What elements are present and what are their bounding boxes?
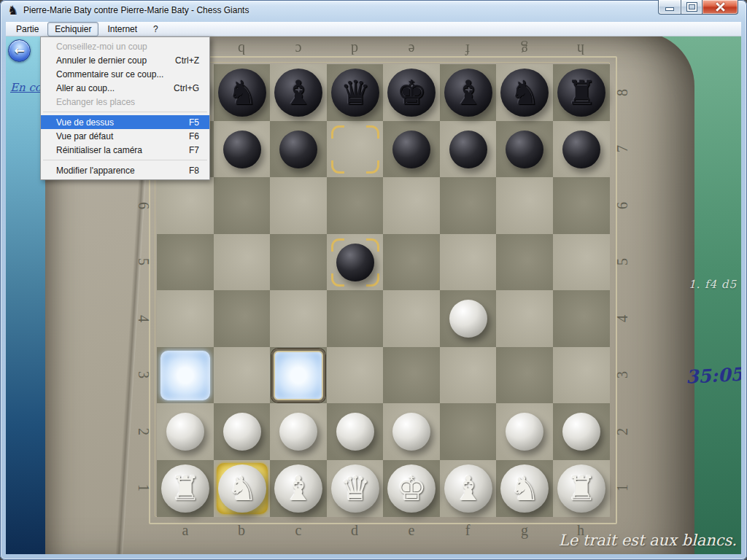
square-b6[interactable] — [214, 177, 271, 234]
square-c6[interactable] — [270, 177, 327, 234]
square-g4[interactable] — [496, 290, 553, 347]
legal-move-glow — [160, 351, 210, 400]
piece-black-pawn-c7[interactable] — [270, 121, 327, 178]
square-d3[interactable] — [327, 347, 384, 404]
menubar-item-internet[interactable]: Internet — [100, 22, 144, 36]
menu-item-echanger-les-places: Echanger les places — [41, 95, 209, 109]
piece-black-pawn-f7[interactable] — [440, 121, 497, 178]
piece-white-rook-a1[interactable]: ♜ — [157, 460, 214, 517]
maximize-button[interactable] — [681, 0, 703, 15]
rank-label-right-2: 2 — [613, 423, 632, 440]
white-pawn-top-view — [279, 413, 317, 451]
minimize-button[interactable] — [658, 0, 681, 15]
piece-black-pawn-g7[interactable] — [496, 121, 553, 178]
square-e4[interactable] — [383, 290, 440, 347]
piece-black-king-e8[interactable]: ♚ — [383, 64, 440, 121]
square-a4[interactable] — [157, 290, 214, 347]
menu-bar: PartieEchiquierInternet? — [6, 22, 741, 36]
menubar-item-[interactable]: ? — [146, 22, 166, 36]
square-g3[interactable] — [496, 347, 553, 404]
move-list: 1. f4 d5 — [682, 278, 737, 291]
white-pawn-top-view — [166, 413, 204, 451]
white-queen-glyph: ♛ — [340, 472, 370, 505]
piece-white-pawn-c2[interactable] — [270, 403, 327, 460]
piece-white-bishop-f1[interactable]: ♝ — [440, 460, 497, 517]
piece-black-knight-g8[interactable]: ♞ — [496, 64, 553, 121]
square-c4[interactable] — [270, 290, 327, 347]
white-pawn-top-view — [506, 413, 543, 451]
menu-item-réinitialiser-la-caméra[interactable]: Réinitialiser la caméraF7 — [41, 143, 209, 157]
piece-white-rook-h1[interactable]: ♜ — [553, 460, 610, 517]
piece-white-pawn-b2[interactable] — [214, 403, 271, 460]
menubar-item-partie[interactable]: Partie — [9, 22, 46, 36]
square-h4[interactable] — [553, 290, 610, 347]
square-h5[interactable] — [553, 234, 610, 291]
square-f5[interactable] — [440, 234, 497, 291]
menu-item-label: Vue de dessus — [56, 117, 176, 128]
piece-white-queen-d1[interactable]: ♛ — [327, 460, 384, 517]
close-icon — [716, 2, 725, 12]
status-message: Le trait est aux blancs. — [511, 532, 737, 549]
file-label-top-b: b — [233, 40, 250, 59]
piece-white-bishop-c1[interactable]: ♝ — [270, 460, 327, 517]
piece-white-pawn-a2[interactable] — [157, 403, 214, 460]
square-b3[interactable] — [214, 347, 271, 404]
white-pawn-top-view — [223, 413, 261, 451]
piece-black-knight-b8[interactable]: ♞ — [214, 64, 271, 121]
piece-white-pawn-f4[interactable] — [440, 290, 497, 347]
black-pawn-top-view — [392, 131, 430, 168]
title-bar[interactable]: ♞ Pierre-Marie Baty contre Pierre-Marie … — [0, 0, 747, 22]
square-e3[interactable] — [383, 347, 440, 404]
piece-black-pawn-h7[interactable] — [553, 121, 610, 178]
square-g5[interactable] — [496, 234, 553, 291]
piece-white-king-e1[interactable]: ♚ — [383, 460, 440, 517]
square-g6[interactable] — [496, 177, 553, 234]
piece-white-knight-b1[interactable]: ♞ — [214, 460, 271, 517]
black-bishop-glyph: ♝ — [283, 76, 313, 109]
square-c5[interactable] — [270, 234, 327, 291]
chess-knight-icon: ♞ — [7, 4, 18, 17]
piece-black-pawn-d5[interactable] — [327, 234, 384, 291]
square-b4[interactable] — [214, 290, 271, 347]
back-button[interactable]: ← — [8, 39, 31, 62]
square-e6[interactable] — [383, 177, 440, 234]
piece-white-pawn-e2[interactable] — [383, 403, 440, 460]
piece-white-pawn-h2[interactable] — [553, 403, 610, 460]
menu-item-vue-par-défaut[interactable]: Vue par défautF6 — [41, 129, 209, 143]
square-d4[interactable] — [327, 290, 384, 347]
piece-black-pawn-e7[interactable] — [383, 121, 440, 178]
menu-item-shortcut: Ctrl+Z — [175, 55, 199, 66]
menu-item-annuler-le-dernier-coup[interactable]: Annuler le dernier coupCtrl+Z — [41, 53, 209, 67]
rank-label-left-5: 5 — [134, 253, 153, 271]
piece-black-queen-d8[interactable]: ♛ — [327, 64, 384, 121]
white-pawn-top-view — [562, 413, 600, 451]
square-e5[interactable] — [383, 234, 440, 291]
piece-white-pawn-g2[interactable] — [496, 403, 553, 460]
menu-item-shortcut: F7 — [189, 145, 199, 155]
white-king-glyph: ♚ — [396, 472, 426, 505]
file-label-top-c: c — [290, 40, 307, 59]
piece-black-rook-h8[interactable]: ♜ — [553, 64, 610, 121]
piece-black-bishop-f8[interactable]: ♝ — [440, 64, 497, 121]
square-a5[interactable] — [157, 234, 214, 291]
square-b5[interactable] — [214, 234, 271, 291]
piece-black-bishop-c8[interactable]: ♝ — [270, 64, 327, 121]
square-f6[interactable] — [440, 177, 497, 234]
white-pawn-top-view — [449, 300, 487, 338]
piece-white-pawn-d2[interactable] — [327, 403, 384, 460]
menu-item-vue-de-dessus[interactable]: Vue de dessusF5 — [41, 115, 209, 129]
menubar-item-echiquier[interactable]: Echiquier — [47, 22, 98, 36]
piece-white-knight-g1[interactable]: ♞ — [496, 460, 553, 517]
piece-black-pawn-b7[interactable] — [214, 121, 271, 178]
menu-item-commentaire-sur-ce-coup-[interactable]: Commentaire sur ce coup... — [41, 67, 209, 81]
square-a6[interactable] — [157, 177, 214, 234]
square-d6[interactable] — [327, 177, 384, 234]
square-h6[interactable] — [553, 177, 610, 234]
menu-item-aller-au-coup-[interactable]: Aller au coup...Ctrl+G — [41, 81, 209, 95]
square-f2[interactable] — [440, 403, 497, 460]
square-h3[interactable] — [553, 347, 610, 404]
black-pawn-top-view — [562, 131, 600, 168]
square-f3[interactable] — [440, 347, 497, 404]
menu-item-modifier-l-apparence[interactable]: Modifier l'apparenceF8 — [41, 163, 209, 177]
close-button[interactable] — [703, 0, 738, 15]
